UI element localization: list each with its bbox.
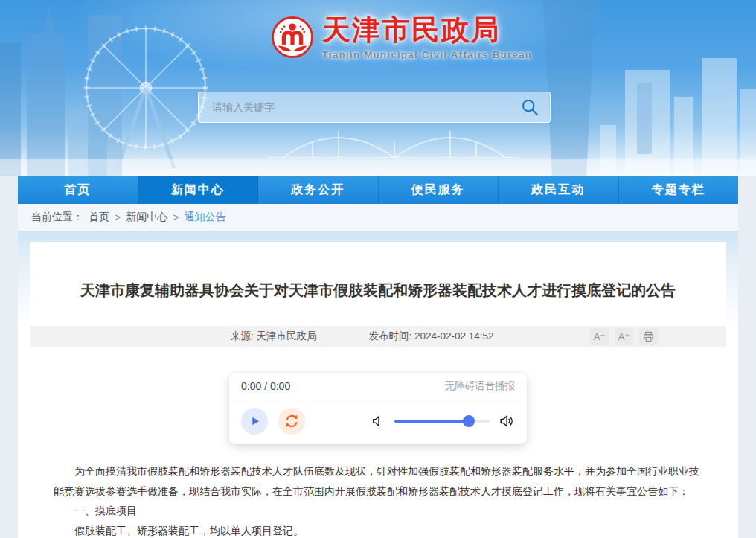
nav-item-interaction[interactable]: 政民互动 (499, 176, 619, 204)
breadcrumb-news-link[interactable]: 新闻中心 (126, 211, 167, 224)
play-icon (246, 413, 263, 429)
replay-loop-icon (284, 413, 300, 429)
search-bar (198, 92, 551, 123)
player-controls (229, 400, 527, 444)
article-meta-bar: 来源: 天津市民政局 发布时间: 2024-02-02 14:52 A⁻ A⁺ (30, 326, 726, 347)
font-decrease-button[interactable]: A⁻ (590, 328, 609, 345)
volume-slider[interactable] (394, 420, 490, 423)
article-paragraph: 为全面摸清我市假肢装配和矫形器装配技术人才队伍底数及现状，针对性加强假肢装配和矫… (54, 461, 702, 501)
volume-controls (371, 413, 515, 429)
breadcrumb-notices-link[interactable]: 通知公告 (184, 211, 225, 224)
publish-label: 发布时间: (369, 330, 415, 342)
search-icon (520, 97, 539, 117)
article-paragraph: 一、摸底项目 (54, 501, 702, 521)
nav-item-public-services[interactable]: 便民服务 (379, 176, 499, 204)
article-publish-time: 发布时间: 2024-02-02 14:52 (369, 330, 494, 343)
article-title: 天津市康复辅助器具协会关于对天津市假肢装配和矫形器装配技术人才进行摸底登记的公告 (74, 279, 682, 301)
breadcrumb-separator: > (115, 211, 121, 223)
nav-item-news-center[interactable]: 新闻中心 (138, 176, 259, 204)
player-header: 0:00 / 0:00 无障碍语音播报 (229, 373, 527, 400)
content-area: 天津市康复辅助器具协会关于对天津市假肢装配和矫形器装配技术人才进行摸底登记的公告… (18, 231, 738, 538)
print-button[interactable] (639, 328, 658, 345)
accessibility-audio-player: 0:00 / 0:00 无障碍语音播报 (229, 373, 527, 444)
replay-button[interactable] (278, 408, 305, 435)
article-body: 为全面摸清我市假肢装配和矫形器装配技术人才队伍底数及现状，针对性加强假肢装配和矫… (30, 444, 726, 538)
volume-mute-icon[interactable] (371, 414, 385, 429)
article-paragraph: 假肢装配工、矫形器装配工，均以单人项目登记。 (54, 521, 702, 538)
printer-icon (643, 331, 654, 342)
site-header: 天津市民政局 Tianjin Municipal Civil Affairs B… (0, 0, 756, 176)
nav-item-gov-affairs[interactable]: 政务公开 (258, 176, 379, 204)
search-button[interactable] (519, 96, 541, 118)
breadcrumb: 当前位置： 首页 > 新闻中心 > 通知公告 (18, 204, 738, 231)
play-button[interactable] (241, 408, 268, 435)
breadcrumb-label: 当前位置： (31, 211, 83, 224)
volume-thumb[interactable] (463, 415, 475, 427)
font-increase-button[interactable]: A⁺ (615, 328, 633, 345)
civil-affairs-logo-icon (271, 16, 314, 59)
site-title: 天津市民政局 (322, 16, 532, 45)
volume-fill (394, 420, 469, 423)
volume-loud-icon[interactable] (499, 413, 515, 429)
article-source: 来源: 天津市民政局 (231, 330, 317, 343)
font-controls: A⁻ A⁺ (590, 328, 658, 345)
player-time: 0:00 / 0:00 (241, 380, 290, 392)
brand: 天津市民政局 Tianjin Municipal Civil Affairs B… (271, 16, 532, 60)
site-subtitle: Tianjin Municipal Civil Affairs Bureau (322, 49, 532, 60)
article-card: 天津市康复辅助器具协会关于对天津市假肢装配和矫形器装配技术人才进行摸底登记的公告… (30, 242, 726, 538)
source-value: 天津市民政局 (257, 330, 317, 342)
player-caption: 无障碍语音播报 (445, 380, 516, 393)
nav-item-special-topics[interactable]: 专题专栏 (619, 176, 739, 204)
source-label: 来源: (231, 330, 257, 342)
nav-item-home[interactable]: 首页 (18, 176, 138, 204)
search-input[interactable] (211, 100, 519, 114)
breadcrumb-home-link[interactable]: 首页 (89, 211, 109, 224)
breadcrumb-separator: > (173, 211, 179, 223)
main-nav: 首页 新闻中心 政务公开 便民服务 政民互动 专题专栏 (18, 176, 738, 204)
publish-value: 2024-02-02 14:52 (414, 330, 494, 342)
